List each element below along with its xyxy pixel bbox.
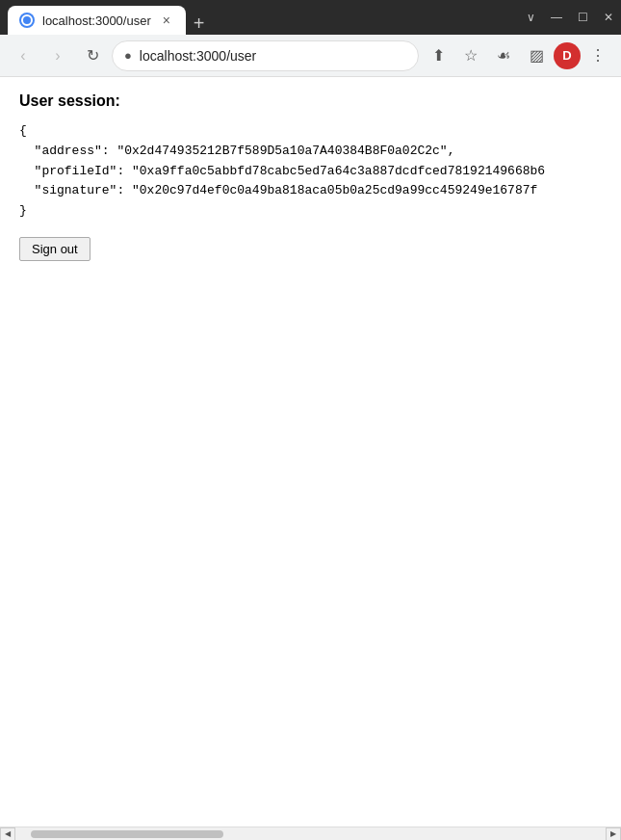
scroll-left-arrow[interactable]: ◀	[0, 827, 15, 841]
scrollbar-thumb[interactable]	[31, 830, 223, 838]
json-open-brace: {	[19, 123, 27, 138]
window-controls: ∨ — ☐ ✕	[527, 11, 613, 24]
sign-out-button[interactable]: Sign out	[19, 237, 91, 261]
json-signature-line: "signature": "0x20c97d4ef0c0a49ba818aca0…	[19, 183, 537, 197]
menu-button[interactable]: ⋮	[582, 40, 613, 71]
close-window-button[interactable]: ✕	[604, 11, 613, 24]
tab-close-button[interactable]: ×	[159, 13, 174, 28]
active-tab[interactable]: localhost:3000/user ×	[8, 6, 186, 35]
page-heading: User session:	[19, 92, 602, 110]
title-bar: localhost:3000/user × + ∨ — ☐ ✕	[0, 0, 621, 35]
nav-bar: ‹ › ↻ ● localhost:3000/user ⬆ ☆ ☙ ▨ D ⋮	[0, 35, 621, 77]
json-profileid-line: "profileId": "0xa9ffa0c5abbfd78cabc5ed7a…	[19, 164, 545, 178]
horizontal-scrollbar: ◀ ▶	[0, 827, 621, 840]
maximize-button[interactable]: ☐	[578, 11, 588, 24]
tab-title: localhost:3000/user	[42, 13, 151, 28]
tab-bar: localhost:3000/user × +	[8, 0, 523, 35]
bookmark-button[interactable]: ☆	[455, 40, 486, 71]
minimize-button[interactable]: —	[551, 11, 562, 24]
lock-icon: ●	[124, 48, 132, 63]
dropdown-icon[interactable]: ∨	[527, 11, 535, 24]
scroll-right-arrow[interactable]: ▶	[606, 827, 621, 841]
json-address-line: "address": "0x2d474935212B7f589D5a10a7A4…	[19, 144, 454, 158]
profile-button[interactable]: D	[554, 42, 581, 69]
forward-button[interactable]: ›	[42, 40, 73, 71]
sidebar-button[interactable]: ▨	[521, 40, 552, 71]
address-text: localhost:3000/user	[140, 48, 406, 64]
session-json: { "address": "0x2d474935212B7f589D5a10a7…	[19, 121, 602, 222]
nav-actions: ⬆ ☆ ☙ ▨ D ⋮	[423, 40, 613, 71]
new-tab-button[interactable]: +	[186, 13, 213, 35]
browser-window: localhost:3000/user × + ∨ — ☐ ✕ ‹ › ↻ ● …	[0, 0, 621, 840]
back-button[interactable]: ‹	[8, 40, 39, 71]
address-bar[interactable]: ● localhost:3000/user	[112, 40, 419, 71]
share-button[interactable]: ⬆	[423, 40, 453, 71]
refresh-button[interactable]: ↻	[77, 40, 108, 71]
json-close-brace: }	[19, 203, 27, 218]
tab-favicon-icon	[19, 13, 35, 28]
scrollbar-track[interactable]	[31, 830, 590, 838]
page-content: User session: { "address": "0x2d47493521…	[0, 77, 621, 827]
extensions-button[interactable]: ☙	[488, 40, 519, 71]
